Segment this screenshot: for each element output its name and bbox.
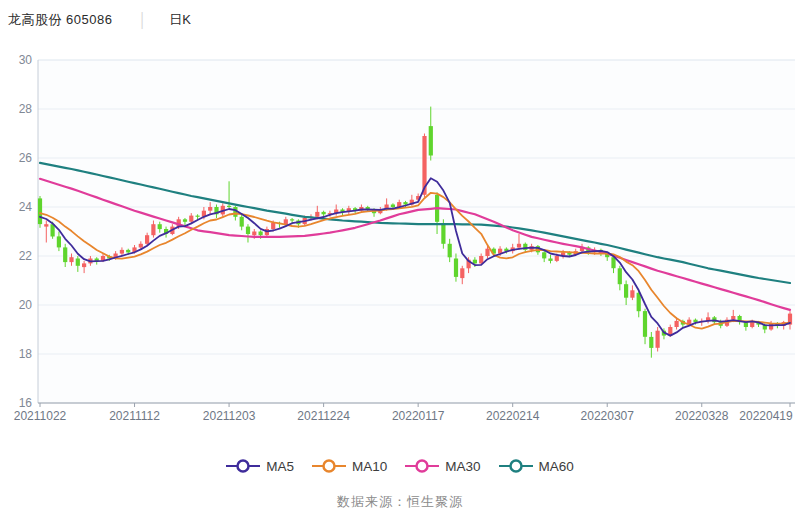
x-axis-label: 20220419 <box>739 409 793 423</box>
candle-body <box>391 205 395 208</box>
candle-body <box>227 206 231 207</box>
candle-body <box>196 216 200 217</box>
candle-body <box>656 331 660 348</box>
candle-body <box>630 290 634 297</box>
kline-page: 龙高股份 605086 │ 日K 16182022242628302021102… <box>0 0 800 517</box>
candle-body <box>290 219 294 220</box>
legend-label: MA60 <box>539 459 574 474</box>
y-axis-label: 18 <box>19 347 33 361</box>
y-axis-label: 26 <box>19 151 33 165</box>
title-divider: │ <box>139 12 148 28</box>
candle-body <box>126 250 130 253</box>
candle-body <box>624 284 628 298</box>
candle-body <box>120 250 124 254</box>
data-source: 数据来源：恒生聚源 <box>0 493 800 511</box>
candle[interactable] <box>38 196 42 228</box>
y-axis-label: 30 <box>19 53 33 67</box>
candle-body <box>429 126 433 155</box>
y-axis-label: 20 <box>19 298 33 312</box>
legend-item-ma60[interactable]: MA60 <box>499 458 574 474</box>
candle-body <box>731 316 735 320</box>
x-axis-label: 20211112 <box>109 409 160 423</box>
candle-body <box>649 337 653 348</box>
x-axis-label: 20211203 <box>203 409 256 423</box>
candle-body <box>57 236 61 247</box>
chart-header: 龙高股份 605086 │ 日K <box>8 8 191 32</box>
candle-body <box>454 259 458 277</box>
candle-body <box>76 259 80 266</box>
candle-body <box>189 216 193 222</box>
candle-body <box>769 323 773 329</box>
candle-body <box>448 244 452 257</box>
x-axis-label: 20220328 <box>675 409 729 423</box>
y-axis-label: 22 <box>19 249 33 263</box>
candle-body <box>151 224 155 235</box>
candle-body <box>473 260 477 264</box>
kline-chart[interactable]: 1618202224262830202110222021111220211203… <box>0 34 800 426</box>
ma30-marker-icon <box>405 458 439 474</box>
y-axis-label: 16 <box>19 396 33 410</box>
candle-body <box>618 268 622 284</box>
candle-body <box>548 259 552 261</box>
candle-body <box>542 252 546 258</box>
candle-body <box>69 257 73 262</box>
candle-body <box>643 311 647 337</box>
candle-body <box>63 247 67 262</box>
candle-body <box>460 268 464 278</box>
legend-label: MA10 <box>352 459 387 474</box>
y-axis-label: 28 <box>19 102 33 116</box>
stock-title: 龙高股份 605086 <box>8 11 113 29</box>
candle-body <box>145 235 149 244</box>
legend-label: MA30 <box>445 459 480 474</box>
candle-body <box>139 244 143 248</box>
candle-body <box>675 321 679 327</box>
candle-body <box>208 207 212 211</box>
candle-body <box>271 223 275 229</box>
candle-body <box>517 244 521 248</box>
legend-item-ma5[interactable]: MA5 <box>226 458 294 474</box>
candle-body <box>485 249 489 256</box>
legend-item-ma30[interactable]: MA30 <box>405 458 480 474</box>
candle-body <box>750 322 754 327</box>
candle-body <box>158 224 162 229</box>
legend-label: MA5 <box>266 459 294 474</box>
x-axis-label: 20220117 <box>392 409 445 423</box>
candle-body <box>246 227 250 234</box>
ma5-marker-icon <box>226 458 260 474</box>
x-axis-label: 20211022 <box>14 409 67 423</box>
candle-body <box>315 212 319 217</box>
candle-body <box>38 198 42 224</box>
candle-body <box>82 263 86 267</box>
candle-body <box>441 224 445 244</box>
candle-body <box>240 217 244 227</box>
candle-body <box>555 256 559 261</box>
candle-body <box>183 219 187 222</box>
ma60-marker-icon <box>499 458 533 474</box>
candle-body <box>44 224 48 226</box>
candle-body <box>322 212 326 214</box>
x-axis-label: 20211224 <box>297 409 350 423</box>
ma-legend: MA5MA10MA30MA60 <box>0 458 800 474</box>
legend-item-ma10[interactable]: MA10 <box>312 458 387 474</box>
period-label[interactable]: 日K <box>169 11 191 29</box>
y-axis-label: 24 <box>19 200 33 214</box>
candle-body <box>259 232 263 236</box>
candle-body <box>252 232 256 236</box>
x-axis-label: 20220214 <box>486 409 540 423</box>
ma10-marker-icon <box>312 458 346 474</box>
x-axis-label: 20220307 <box>581 409 635 423</box>
